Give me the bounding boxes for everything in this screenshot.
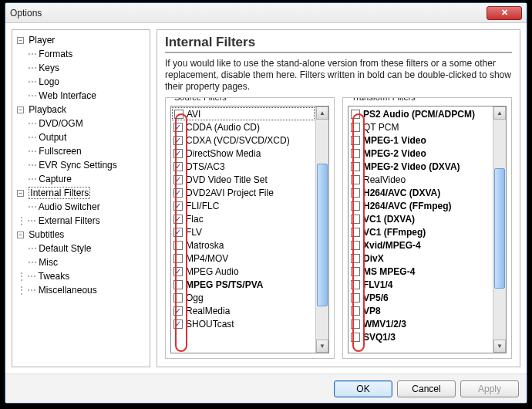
scroll-track[interactable] <box>493 120 506 340</box>
scrollbar[interactable]: ▲ ▼ <box>315 106 328 353</box>
filter-row[interactable]: DirectShow Media <box>172 147 315 160</box>
transform-filters-list[interactable]: PS2 Audio (PCM/ADPCM)QT PCMMPEG-1 VideoM… <box>348 106 493 353</box>
filter-row[interactable]: DVD2AVI Project File <box>172 186 315 199</box>
tree-item[interactable]: DVD/OGM <box>39 118 82 129</box>
tree-toggle-icon[interactable]: − <box>17 190 24 197</box>
filter-checkbox[interactable] <box>351 162 360 171</box>
filter-checkbox[interactable] <box>351 333 360 342</box>
filter-row[interactable]: FLV <box>172 225 315 238</box>
scroll-up-icon[interactable]: ▲ <box>316 106 328 120</box>
filter-checkbox[interactable] <box>351 319 360 329</box>
tree-item[interactable]: Misc <box>39 257 58 268</box>
filter-checkbox[interactable] <box>351 123 360 132</box>
tree-toggle-icon[interactable]: − <box>17 37 24 44</box>
scroll-up-icon[interactable]: ▲ <box>493 106 506 120</box>
filter-checkbox[interactable] <box>173 254 183 263</box>
tree-toggle-icon[interactable]: − <box>17 106 24 113</box>
filter-row[interactable]: H264/AVC (DXVA) <box>349 186 492 199</box>
scroll-down-icon[interactable]: ▼ <box>316 340 328 353</box>
filter-checkbox[interactable] <box>173 267 183 276</box>
filter-row[interactable]: CDXA (VCD/SVCD/XCD) <box>172 134 315 147</box>
filter-row[interactable]: RealVideo <box>349 173 492 186</box>
filter-row[interactable]: VC1 (DXVA) <box>349 212 492 225</box>
tree-item[interactable]: Default Style <box>39 243 91 254</box>
filter-row[interactable]: CDDA (Audio CD) <box>172 120 315 134</box>
filter-row[interactable]: DTS/AC3 <box>172 160 315 173</box>
filter-checkbox[interactable] <box>351 175 360 184</box>
filter-row[interactable]: VP5/6 <box>349 291 492 304</box>
filter-checkbox[interactable] <box>351 241 360 250</box>
category-tree[interactable]: − Player⋯ Formats⋯ Keys⋯ Logo⋯ Web Inter… <box>12 29 150 367</box>
filter-checkbox[interactable] <box>351 110 360 119</box>
filter-row[interactable]: Matroska <box>172 238 315 252</box>
filter-checkbox[interactable] <box>173 228 183 237</box>
filter-row[interactable]: VP8 <box>349 304 492 317</box>
filter-row[interactable]: FLI/FLC <box>172 199 315 212</box>
filter-row[interactable]: SHOUTcast <box>172 317 315 330</box>
filter-checkbox[interactable] <box>173 293 183 303</box>
tree-item[interactable]: Formats <box>39 49 72 59</box>
scrollbar[interactable]: ▲ ▼ <box>493 106 506 353</box>
tree-item[interactable]: Player <box>29 35 55 46</box>
filter-checkbox[interactable] <box>351 136 360 145</box>
tree-item[interactable]: Internal Filters <box>29 187 90 199</box>
filter-row[interactable]: SVQ1/3 <box>349 330 492 343</box>
filter-checkbox[interactable] <box>173 215 183 224</box>
filter-checkbox[interactable] <box>173 201 183 211</box>
tree-item[interactable]: Web Interface <box>39 90 96 101</box>
filter-row[interactable]: Ogg <box>172 291 315 304</box>
tree-item[interactable]: Logo <box>39 76 59 87</box>
filter-checkbox[interactable] <box>351 293 360 303</box>
cancel-button[interactable]: Cancel <box>397 380 456 397</box>
tree-toggle-icon[interactable]: − <box>17 232 24 238</box>
filter-checkbox[interactable] <box>351 267 360 276</box>
tree-item[interactable]: Audio Switcher <box>39 201 100 212</box>
tree-item[interactable]: Keys <box>39 63 59 73</box>
filter-checkbox[interactable] <box>173 188 183 198</box>
filter-checkbox[interactable] <box>173 149 183 158</box>
apply-button[interactable]: Apply <box>460 380 519 397</box>
filter-row[interactable]: MPEG PS/TS/PVA <box>172 278 315 291</box>
close-button[interactable]: ✕ <box>487 6 522 20</box>
filter-checkbox[interactable] <box>351 149 360 158</box>
filter-checkbox[interactable] <box>351 215 360 224</box>
filter-checkbox[interactable] <box>173 319 183 329</box>
scroll-track[interactable] <box>316 120 328 340</box>
tree-item[interactable]: EVR Sync Settings <box>39 160 116 171</box>
scroll-thumb[interactable] <box>494 168 505 289</box>
tree-item[interactable]: Fullscreen <box>39 146 81 157</box>
ok-button[interactable]: OK <box>334 380 392 397</box>
filter-row[interactable]: MPEG-2 Video <box>349 147 492 160</box>
filter-checkbox[interactable] <box>173 306 183 316</box>
tree-item[interactable]: Output <box>39 132 66 143</box>
filter-checkbox[interactable] <box>351 254 360 263</box>
filter-row[interactable]: DVD Video Title Set <box>172 173 315 186</box>
filter-checkbox[interactable] <box>351 228 360 237</box>
filter-row[interactable]: AVI <box>172 107 315 120</box>
filter-checkbox[interactable] <box>173 162 183 171</box>
filter-row[interactable]: MPEG Audio <box>172 265 315 278</box>
source-filters-list[interactable]: AVICDDA (Audio CD)CDXA (VCD/SVCD/XCD)Dir… <box>171 106 315 353</box>
filter-row[interactable]: FLV1/4 <box>349 278 492 291</box>
filter-row[interactable]: MPEG-2 Video (DXVA) <box>349 160 492 173</box>
filter-row[interactable]: Flac <box>172 212 315 225</box>
tree-item[interactable]: Capture <box>39 174 72 184</box>
tree-item[interactable]: Playback <box>29 104 66 115</box>
tree-item[interactable]: Miscellaneous <box>39 285 97 296</box>
filter-row[interactable]: MS MPEG-4 <box>349 265 492 278</box>
tree-item[interactable]: Tweaks <box>38 271 69 282</box>
filter-row[interactable]: WMV1/2/3 <box>349 317 492 330</box>
scroll-down-icon[interactable]: ▼ <box>493 340 506 353</box>
filter-row[interactable]: QT PCM <box>349 120 492 134</box>
filter-checkbox[interactable] <box>351 306 360 316</box>
scroll-thumb[interactable] <box>317 164 328 306</box>
filter-row[interactable]: MP4/MOV <box>172 252 315 265</box>
filter-row[interactable]: H264/AVC (FFmpeg) <box>349 199 492 212</box>
filter-row[interactable]: MPEG-1 Video <box>349 134 492 147</box>
filter-row[interactable]: VC1 (FFmpeg) <box>349 225 492 238</box>
filter-row[interactable]: Xvid/MPEG-4 <box>349 238 492 252</box>
filter-checkbox[interactable] <box>174 110 184 119</box>
tree-item[interactable]: Subtitles <box>29 229 64 240</box>
filter-row[interactable]: DivX <box>349 252 492 265</box>
tree-item[interactable]: External Filters <box>39 215 100 226</box>
